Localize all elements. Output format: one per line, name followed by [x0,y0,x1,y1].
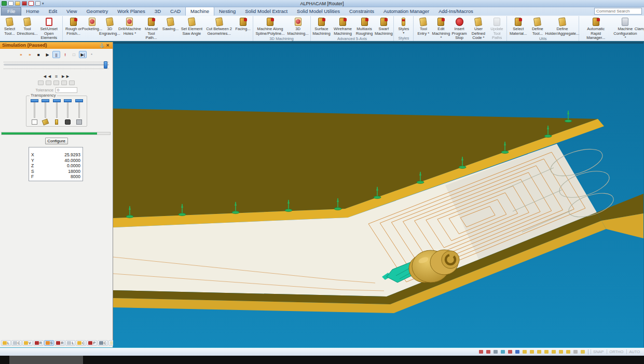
sawing-button[interactable]: Sawing... [162,17,179,32]
styles-button[interactable]: Styles▾ [395,17,412,34]
pan-icon[interactable] [478,349,484,355]
pocketing-button[interactable]: Pocketing... [84,17,101,32]
pause-icon[interactable]: || [52,51,60,58]
configure-button[interactable]: Configure [45,138,68,144]
panel-tab-v-2[interactable]: V [22,340,33,346]
axis-z-icon[interactable] [514,349,520,355]
multiaxis-roughing-button[interactable]: Multiaxis Roughing [354,17,374,36]
tab-nesting[interactable]: Nesting [214,7,240,16]
sim-extra-icon[interactable] [61,80,67,85]
select-material-button[interactable]: Select Material... [508,17,528,36]
panel-tab-l-0[interactable]: L [1,340,11,346]
slider-handle[interactable] [104,61,107,69]
panel-tab-c-1[interactable]: C [11,340,22,346]
sim-extra-icon[interactable] [38,80,44,85]
tolerance-input[interactable] [56,87,77,93]
panel-tab-r-3[interactable]: R [33,340,44,346]
rapid-manager-button[interactable]: Automatic Rapid Manager... [580,17,611,41]
sim-options-icon[interactable]: * [88,51,95,58]
tab-geometry[interactable]: Geometry [81,7,113,16]
tool-entry-button[interactable]: Tool Entry * [415,17,432,36]
slider-groove[interactable] [4,64,109,65]
swarf-machining-button[interactable]: Swarf Machining [375,17,392,36]
tab-solid-model-extract[interactable]: Solid Model Extract [240,7,292,16]
tab-add-ins-macros[interactable]: Add-Ins/Macros [434,7,478,16]
cut-between-button[interactable]: Cut Between 2 Geometries... [204,17,234,36]
tool-display-icon[interactable] [572,349,579,355]
slider-handle[interactable] [75,99,83,102]
panel-tab-c-7[interactable]: C [76,340,86,346]
prev-operation-icon[interactable]: ◄◄ [43,74,52,79]
tab-edit[interactable]: Edit [44,7,62,16]
simulate-fast-icon[interactable]: » [17,51,25,58]
rough-finish-button[interactable]: Rough or Finish... [64,17,83,36]
slider-track[interactable] [78,99,80,118]
panel-tab-r-5[interactable]: R [54,340,65,346]
select-tool-button[interactable]: Select Tool... [1,17,18,36]
slider-track[interactable] [56,99,58,118]
slider-handle[interactable] [42,99,49,102]
view-bottom-icon[interactable] [565,349,571,355]
clamps-fixtures-button[interactable]: Clamps/Fixtures▾ [639,17,644,34]
tab-constraints[interactable]: Constraints [345,7,379,16]
view-left-icon[interactable] [543,349,550,355]
close-panel-icon[interactable]: ✕ [105,42,111,49]
3d-machining-button[interactable]: 3D Machining... [287,17,309,36]
step-icon[interactable]: ▶| [79,51,87,58]
sim-extra-icon[interactable] [53,80,59,85]
tab-automation-manager[interactable]: Automation Manager [379,7,434,16]
wireframe-machining-button[interactable]: Wireframe Machining [332,17,353,36]
tab-3d[interactable]: 3D [150,7,166,16]
saw-angle-button[interactable]: Set Element Saw Angle [180,17,204,36]
tab-cad[interactable]: CAD [166,7,185,16]
transparency-slider-geom[interactable] [41,99,50,125]
operation-list-icon[interactable]: ≡ [55,74,58,79]
tab-work-planes[interactable]: Work Planes [113,7,150,16]
tab-file[interactable]: File [1,7,21,16]
machine-along-spline-button[interactable]: Machine Along Spline/Polyline... [254,17,286,36]
panel-tab-c-9[interactable]: C [98,340,108,346]
viewport-3d[interactable] [113,42,644,347]
marker-icon[interactable]: ! [61,51,69,58]
transparency-slider-tool[interactable] [52,99,61,125]
slider-track[interactable] [45,99,46,118]
toggle-snap[interactable]: SNAP [591,349,606,354]
tab-view[interactable]: View [62,7,81,16]
axis-xy-icon[interactable] [507,349,513,355]
toggle-ortho[interactable]: ORTHO [607,349,625,354]
slider-handle[interactable] [31,99,38,102]
tab-home[interactable]: Home [21,7,44,16]
tool-directions-button[interactable]: Tool Directions... [19,17,36,36]
panel-tab-p-8[interactable]: P [87,340,97,346]
panel-tab-l-6[interactable]: L [65,340,75,346]
sim-extra-icon[interactable] [46,80,51,85]
view-back-icon[interactable] [536,349,542,355]
simulate-to-end-icon[interactable]: » [26,51,34,58]
pin-panel-icon[interactable]: ⚓ [99,42,105,49]
sim-extra-icon[interactable] [69,80,75,85]
program-stop-button[interactable]: Insert Program Stop [450,17,468,41]
tab-machine[interactable]: Machine [185,7,214,16]
user-defined-code-button[interactable]: User Defined Code * [469,17,488,41]
define-holder-button[interactable]: Define Holder/Aggregate... [546,17,578,36]
surface-machining-button[interactable]: Surface Machining [312,17,332,36]
manual-toolpath-button[interactable]: Manual Tool Path... [141,17,161,41]
engraving-button[interactable]: 3D Engraving... [101,17,118,36]
zoom-extents-icon[interactable] [500,349,506,355]
edit-machining-button[interactable]: Edit Machining * [432,17,449,41]
slider-track[interactable] [67,99,68,118]
stop-icon[interactable]: ■ [35,51,43,58]
view-iso-icon[interactable] [522,349,528,355]
view-top-icon[interactable] [558,349,564,355]
slider-track[interactable] [34,99,35,118]
snapshot-icon[interactable]: □ [70,51,78,58]
slider-handle[interactable] [53,99,61,102]
tab-solid-model-utilities[interactable]: Solid Model Utilities [292,7,345,16]
define-tool-button[interactable]: Define Tool... [529,17,546,36]
next-operation-icon[interactable]: ►► [61,74,70,79]
view-front-icon[interactable] [529,349,535,355]
drill-holes-button[interactable]: Drill/Machine Holes * [119,17,141,36]
open-elements-button[interactable]: Set/Unset Open Elements [36,17,61,41]
slider-handle[interactable] [64,99,72,102]
material-display-icon[interactable] [580,349,586,355]
